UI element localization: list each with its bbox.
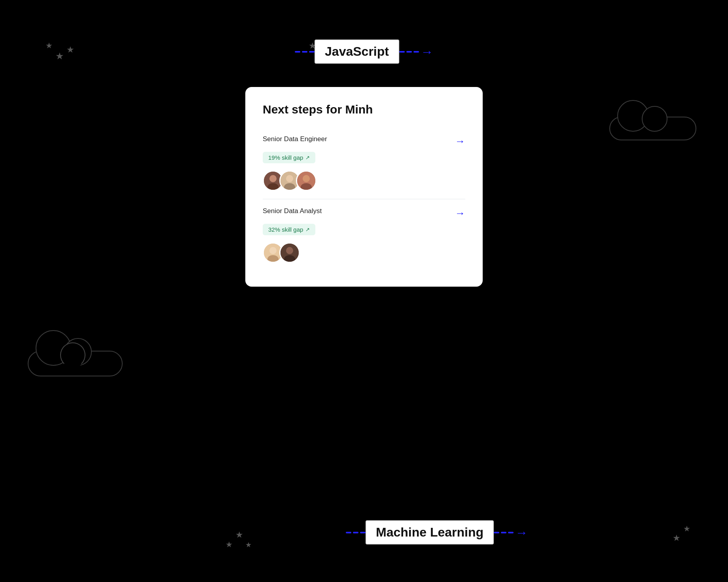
star-icon: ★ — [55, 51, 64, 61]
machine-learning-label: Machine Learning — [366, 520, 494, 544]
job-arrow-button-2[interactable]: → — [455, 208, 465, 218]
card-title: Next steps for Minh — [263, 103, 465, 116]
next-steps-card: Next steps for Minh Senior Data Engineer… — [245, 87, 483, 287]
javascript-tag: JavaScript → — [295, 40, 433, 64]
javascript-label: JavaScript — [315, 40, 399, 64]
skill-gap-text-2: 32% skill gap — [268, 226, 303, 233]
star-icon: ★ — [46, 42, 53, 49]
star-icon: ★ — [66, 45, 74, 54]
svg-point-11 — [303, 175, 310, 182]
ml-arrow-right-icon: → — [515, 526, 528, 539]
external-link-icon-1: ↗ — [305, 155, 310, 161]
svg-point-3 — [269, 175, 277, 182]
machine-learning-tag: Machine Learning → — [346, 520, 528, 544]
dashes-right — [399, 51, 419, 53]
avatar-group-1 — [263, 170, 465, 191]
avatar — [279, 242, 300, 263]
dashes-left — [295, 51, 315, 53]
star-icon: ★ — [673, 534, 681, 542]
job-arrow-button-1[interactable]: → — [455, 136, 465, 146]
cloud-decoration-right — [609, 117, 696, 140]
job-title-2: Senior Data Analyst — [263, 207, 322, 215]
skill-gap-badge-2[interactable]: 32% skill gap ↗ — [263, 224, 315, 235]
avatar — [296, 170, 317, 191]
cloud-decoration-left — [28, 351, 123, 376]
star-icon: ★ — [245, 541, 252, 548]
star-icon: ★ — [235, 531, 243, 539]
skill-gap-text-1: 19% skill gap — [268, 154, 303, 161]
job-row-senior-data-analyst: Senior Data Analyst → 32% skill gap ↗ — [263, 199, 465, 271]
skill-gap-badge-1[interactable]: 19% skill gap ↗ — [263, 152, 315, 163]
arrow-right-icon: → — [421, 45, 433, 58]
star-icon: ★ — [226, 540, 233, 548]
svg-point-7 — [286, 175, 293, 182]
avatar-group-2 — [263, 242, 465, 263]
svg-point-19 — [286, 247, 293, 254]
job-row-senior-data-engineer: Senior Data Engineer → 19% skill gap ↗ — [263, 127, 465, 199]
ml-dashes-left — [346, 532, 366, 533]
job-title-1: Senior Data Engineer — [263, 135, 327, 143]
ml-dashes-right — [494, 532, 514, 533]
star-icon: ★ — [683, 525, 690, 533]
svg-point-15 — [269, 247, 277, 254]
external-link-icon-2: ↗ — [305, 227, 310, 232]
